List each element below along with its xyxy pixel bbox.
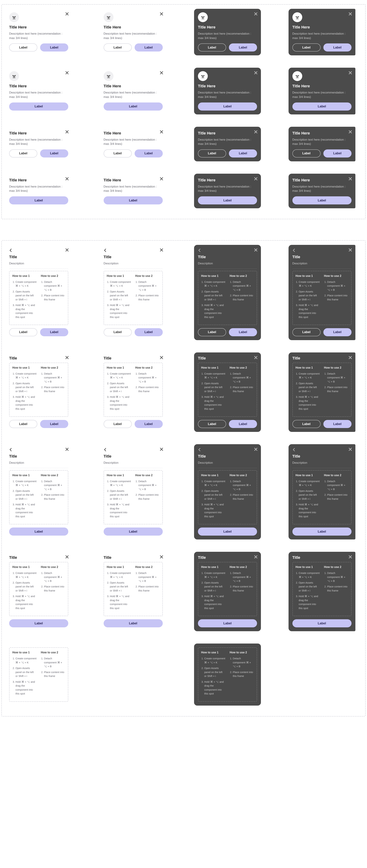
primary-button[interactable]: Label	[323, 420, 351, 428]
close-button[interactable]	[253, 70, 258, 75]
primary-button[interactable]: Label	[9, 196, 68, 205]
back-button[interactable]	[8, 248, 13, 253]
back-button[interactable]	[197, 248, 202, 253]
back-button[interactable]	[197, 447, 202, 452]
primary-button[interactable]: Label	[104, 619, 163, 627]
close-button[interactable]	[253, 247, 258, 253]
close-button[interactable]	[64, 554, 70, 559]
primary-button[interactable]: Label	[135, 328, 163, 336]
primary-button[interactable]: Label	[40, 149, 68, 157]
close-button[interactable]	[159, 355, 164, 360]
secondary-button[interactable]: Label	[198, 43, 226, 52]
close-button[interactable]	[348, 11, 353, 17]
close-button[interactable]	[64, 176, 70, 181]
primary-button[interactable]: Label	[40, 43, 68, 52]
primary-button[interactable]: Label	[323, 149, 351, 157]
primary-button[interactable]: Label	[198, 528, 257, 536]
primary-button[interactable]: Label	[135, 420, 163, 428]
primary-button[interactable]: Label	[40, 420, 68, 428]
list-item: Detach component ⌘ + ⌥ + B	[327, 479, 348, 491]
secondary-button[interactable]: Label	[104, 149, 132, 157]
back-button[interactable]	[8, 447, 13, 452]
howto-title-1: How to use 1	[12, 366, 36, 369]
promo-card: Title Here Description text here (recomm…	[288, 68, 356, 114]
close-button[interactable]	[64, 355, 70, 360]
primary-button[interactable]: Label	[198, 619, 257, 627]
primary-button[interactable]: Label	[229, 149, 257, 157]
secondary-button[interactable]: Label	[9, 149, 37, 157]
close-button[interactable]	[348, 447, 353, 452]
primary-button[interactable]: Label	[229, 43, 257, 52]
close-button[interactable]	[64, 129, 70, 134]
primary-button[interactable]: Label	[292, 196, 351, 205]
close-button[interactable]	[253, 554, 258, 559]
close-button[interactable]	[348, 554, 353, 559]
primary-button[interactable]: Label	[104, 102, 163, 111]
list-item: Create component ⌘ + ⌥ + K	[299, 280, 320, 288]
close-button[interactable]	[348, 247, 353, 253]
back-button[interactable]	[103, 447, 108, 452]
close-button[interactable]	[348, 176, 353, 181]
close-button[interactable]	[159, 11, 164, 17]
primary-button[interactable]: Label	[292, 528, 351, 536]
secondary-button[interactable]: Label	[104, 328, 132, 336]
secondary-button[interactable]: Label	[9, 328, 37, 336]
close-button[interactable]	[253, 129, 258, 134]
primary-button[interactable]: Label	[9, 619, 68, 627]
close-button[interactable]	[253, 355, 258, 360]
howto-title-2: How to use 2	[324, 474, 348, 477]
secondary-button[interactable]: Label	[292, 43, 320, 52]
close-button[interactable]	[64, 447, 70, 452]
close-button[interactable]	[159, 447, 164, 452]
close-button[interactable]	[159, 70, 164, 75]
primary-button[interactable]: Label	[198, 196, 257, 205]
close-button[interactable]	[348, 129, 353, 134]
close-button[interactable]	[159, 176, 164, 181]
secondary-button[interactable]: Label	[198, 149, 226, 157]
secondary-button[interactable]: Label	[198, 420, 226, 428]
close-button[interactable]	[64, 247, 70, 253]
primary-button[interactable]: Label	[9, 528, 68, 536]
close-button[interactable]	[159, 247, 164, 253]
secondary-button[interactable]: Label	[9, 420, 37, 428]
back-button[interactable]	[291, 248, 297, 253]
primary-button[interactable]: Label	[135, 43, 163, 52]
primary-button[interactable]: Label	[9, 102, 68, 111]
hero-icon-container	[292, 71, 302, 81]
close-button[interactable]	[253, 11, 258, 17]
close-button[interactable]	[159, 129, 164, 134]
button-row: Label	[292, 102, 351, 111]
howto-title-1: How to use 1	[295, 366, 320, 369]
primary-button[interactable]: Label	[323, 328, 351, 336]
close-button[interactable]	[64, 70, 70, 75]
close-button[interactable]	[253, 176, 258, 181]
primary-button[interactable]: Label	[135, 149, 163, 157]
close-button[interactable]	[253, 447, 258, 452]
primary-button[interactable]: Label	[292, 102, 351, 111]
secondary-button[interactable]: Label	[9, 43, 37, 52]
primary-button[interactable]: Label	[229, 328, 257, 336]
close-button[interactable]	[159, 554, 164, 559]
primary-button[interactable]: Label	[104, 528, 163, 536]
close-button[interactable]	[64, 11, 70, 17]
primary-button[interactable]: Label	[40, 328, 68, 336]
secondary-button[interactable]: Label	[292, 420, 320, 428]
primary-button[interactable]: Label	[198, 102, 257, 111]
button-row: Label	[9, 619, 68, 627]
howto-list-1: Create component ⌘ + ⌥ + KOpen Assets pa…	[107, 479, 131, 518]
secondary-button[interactable]: Label	[292, 149, 320, 157]
primary-button[interactable]: Label	[104, 196, 163, 205]
primary-button[interactable]: Label	[229, 420, 257, 428]
list-item: Create component ⌘ + ⌥ + K	[204, 571, 225, 579]
list-item: Detach component ⌘ + ⌥ + B	[233, 372, 254, 383]
secondary-button[interactable]: Label	[104, 43, 132, 52]
close-button[interactable]	[348, 355, 353, 360]
back-button[interactable]	[103, 248, 108, 253]
secondary-button[interactable]: Label	[198, 328, 226, 336]
secondary-button[interactable]: Label	[292, 328, 320, 336]
primary-button[interactable]: Label	[292, 619, 351, 627]
back-button[interactable]	[291, 447, 297, 452]
close-button[interactable]	[348, 70, 353, 75]
primary-button[interactable]: Label	[323, 43, 351, 52]
secondary-button[interactable]: Label	[104, 420, 132, 428]
